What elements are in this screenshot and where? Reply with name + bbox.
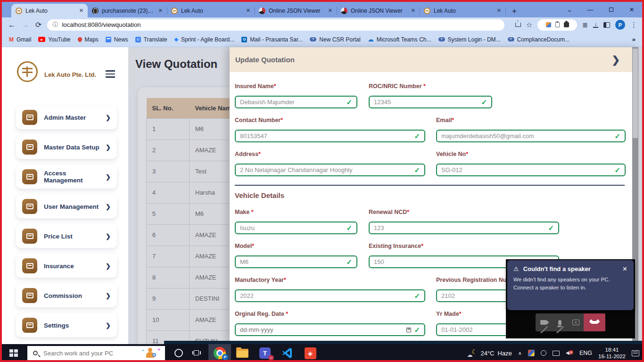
bookmark-sprint[interactable]: ◆Sprint - Agile Board... (174, 36, 234, 43)
bookmark-csr-portal[interactable]: TNew CSR Portal (310, 36, 360, 43)
tray-ring-icon[interactable] (541, 350, 546, 356)
task-view-icon[interactable] (192, 350, 201, 356)
screenshot-extension-icon[interactable] (546, 22, 551, 27)
bookmark-compliance[interactable]: TComplianceDocum... (508, 36, 570, 43)
sidebar-item-insurance[interactable]: Insurance ❯ (16, 254, 117, 278)
bookmark-maps[interactable]: Maps (78, 36, 99, 43)
drawer-header: Update Quotation ❯ (230, 47, 632, 72)
sidebar-item-user-management[interactable]: User Management ❯ (16, 195, 117, 218)
clipboard-extension-icon[interactable] (555, 22, 560, 27)
downloads-icon[interactable]: ↓ (593, 22, 598, 28)
tab-close-icon[interactable]: ✕ (79, 8, 83, 14)
site-info-icon[interactable]: ⓘ (52, 21, 58, 29)
bookmark-youtube[interactable]: ▶YouTube (38, 36, 70, 43)
check-icon: ✓ (414, 166, 420, 174)
browser-menu-icon[interactable]: ⋮ (630, 21, 637, 29)
camera-off-button[interactable] (536, 320, 552, 325)
tab-lek-auto-2[interactable]: Lek Auto ✕ (167, 4, 255, 17)
collapse-chevron-icon[interactable]: ❯ (611, 54, 620, 66)
renewal-ncd-input[interactable] (374, 224, 545, 231)
share-icon[interactable] (515, 23, 521, 27)
tab-json-viewer-2[interactable]: Online JSON Viewer ✕ (337, 4, 420, 17)
action-center-icon[interactable] (632, 350, 639, 356)
close-window-button[interactable]: ✕ (621, 6, 642, 13)
orginal-reg-date-input[interactable] (240, 326, 404, 333)
network-display-icon[interactable] (553, 351, 560, 356)
bookmark-mail[interactable]: OMail - Prasanta Sar... (241, 36, 303, 43)
roc-nric-input[interactable] (374, 99, 478, 106)
cortana-icon[interactable] (174, 349, 183, 357)
back-icon[interactable]: ← (8, 21, 16, 29)
forward-icon[interactable]: → (22, 21, 29, 29)
sidebar-item-label: User Management (44, 203, 106, 210)
taskbar-chrome[interactable]: P (208, 344, 231, 362)
tab-close-icon[interactable]: ✕ (411, 8, 415, 14)
scrollbar-thumb[interactable] (633, 49, 638, 138)
bookmark-star-icon[interactable]: ☆ (526, 21, 532, 29)
sidebar-item-commission[interactable]: Commission ❯ (16, 284, 117, 307)
reload-icon[interactable]: ⟳ (35, 20, 41, 29)
tab-close-icon[interactable]: ✕ (328, 8, 332, 14)
start-button[interactable] (0, 349, 27, 357)
speaker-muted-icon[interactable]: ✕ (566, 350, 573, 356)
tab-json-viewer-1[interactable]: Online JSON Viewer ✕ (255, 4, 337, 17)
sidebar-item-admin-master[interactable]: Admin Master ❯ (16, 106, 117, 129)
vehicle-details-heading: Vehicle Details (235, 191, 626, 200)
taskbar-search-box[interactable]: ✦✦ (27, 346, 165, 360)
address-input[interactable] (240, 166, 411, 173)
sidebar-item-price-list[interactable]: Price List ❯ (16, 224, 117, 248)
required-asterisk: * (452, 117, 454, 123)
tab-search-icon[interactable]: ⌄ (559, 6, 580, 13)
sidebar-item-settings[interactable]: Settings ❯ (16, 313, 117, 337)
check-icon: ✓ (346, 258, 352, 266)
bookmark-translate[interactable]: GTranslate (135, 36, 167, 43)
hang-up-button[interactable] (584, 313, 605, 331)
taskbar-file-explorer[interactable] (231, 344, 254, 362)
vehicle-no-input[interactable] (441, 166, 611, 173)
bookmark-system-login[interactable]: TSystem Login - DM... (438, 36, 501, 43)
tab-lek-auto-1[interactable]: Lek Auto ✕ (11, 4, 88, 17)
mic-off-button[interactable] (552, 320, 568, 325)
tab-close-icon[interactable]: ✕ (158, 8, 163, 14)
bookmarks-overflow-icon[interactable]: » (632, 36, 636, 43)
email-input[interactable] (441, 132, 611, 140)
side-panel-icon[interactable] (603, 22, 610, 28)
bookmark-gmail[interactable]: MGmail (9, 36, 31, 43)
tray-expand-icon[interactable]: ∧ (518, 350, 522, 356)
bookmark-label: Maps (85, 36, 99, 43)
sidebar-item-access-management[interactable]: Access Management ❯ (16, 165, 117, 189)
field-label: Make * (235, 209, 357, 215)
make-input[interactable] (240, 224, 343, 231)
tab-close-icon[interactable]: ✕ (497, 8, 501, 14)
manufactory-year-input[interactable] (240, 292, 411, 299)
address-bar[interactable]: ⓘ localhost:8080/viewquotation (47, 19, 504, 31)
extensions-puzzle-icon[interactable] (564, 22, 569, 27)
taskbar-red-app[interactable]: ◈ (299, 344, 322, 362)
new-tab-button[interactable]: + (508, 5, 520, 17)
hang-up-icon (591, 321, 598, 324)
bookmark-news[interactable]: News (106, 36, 128, 43)
language-indicator[interactable]: ENG (579, 350, 592, 356)
bookmark-teams[interactable]: ☁Microsoft Teams Ch... (368, 36, 431, 43)
stop-sharing-button[interactable]: ✕ (568, 320, 584, 325)
notification-close-icon[interactable]: ✕ (622, 265, 627, 272)
model-input[interactable] (240, 258, 343, 265)
taskbar-clock[interactable]: 18:41 16-11-2022 (598, 346, 626, 360)
search-input[interactable] (43, 350, 140, 357)
tab-lek-auto-3[interactable]: Lek Auto ✕ (420, 4, 505, 17)
weather-widget[interactable]: ☾☁ 24°C Haze (467, 349, 512, 357)
reading-list-icon[interactable]: ≣ (582, 21, 588, 29)
contact-number-input[interactable] (240, 132, 411, 140)
tab-close-icon[interactable]: ✕ (246, 8, 250, 14)
minimize-button[interactable]: — (580, 6, 601, 13)
tray-app-icon[interactable] (528, 350, 535, 356)
profile-avatar[interactable]: P (615, 20, 625, 30)
taskbar-teams[interactable]: T – (254, 344, 276, 362)
maximize-button[interactable] (601, 6, 621, 13)
sidebar-item-master-data-setup[interactable]: Master Data Setup ❯ (16, 135, 117, 159)
insured-name-input[interactable] (240, 99, 343, 106)
calendar-icon[interactable] (406, 328, 411, 332)
hamburger-menu-icon[interactable] (106, 70, 115, 78)
tab-purchasenote-pdf[interactable]: purchasenote (23).pdf ✕ (88, 4, 167, 17)
taskbar-vscode[interactable] (276, 344, 299, 362)
